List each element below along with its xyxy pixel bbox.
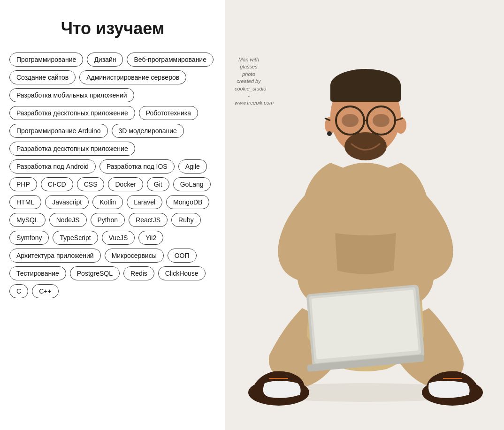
- tag-item[interactable]: MongoDB: [166, 195, 209, 209]
- tag-item[interactable]: Программирование Arduino: [9, 124, 108, 138]
- tag-item[interactable]: ООП: [168, 249, 197, 263]
- tag-item[interactable]: Администрирование серверов: [79, 70, 186, 84]
- tag-item[interactable]: HTML: [9, 195, 41, 209]
- tag-item[interactable]: Разработка под Android: [9, 159, 96, 174]
- person-illustration: [227, 0, 504, 430]
- tag-item[interactable]: Разработка под IOS: [99, 159, 175, 174]
- tag-item[interactable]: Дизайн: [87, 53, 123, 67]
- tag-item[interactable]: NodeJS: [49, 213, 87, 227]
- tag-item[interactable]: Веб-программирование: [127, 53, 214, 67]
- person-svg: [227, 8, 504, 430]
- tag-item[interactable]: ReactJS: [129, 213, 168, 227]
- tag-item[interactable]: Python: [91, 213, 125, 227]
- tag-item[interactable]: C++: [32, 284, 58, 298]
- svg-point-14: [342, 114, 359, 127]
- tag-item[interactable]: Kotlin: [92, 195, 123, 209]
- tag-item[interactable]: VueJS: [102, 231, 135, 245]
- tag-item[interactable]: Программирование: [9, 53, 83, 67]
- svg-point-8: [327, 131, 332, 136]
- page-title: Что изучаем: [9, 19, 216, 38]
- tag-item[interactable]: Javascript: [45, 195, 89, 209]
- right-panel: Man with glasses photo created by cookie…: [225, 0, 504, 430]
- svg-rect-4: [330, 83, 401, 102]
- tag-item[interactable]: Yii2: [138, 231, 163, 245]
- tag-item[interactable]: 3D моделирование: [112, 124, 184, 138]
- tag-item[interactable]: Разработка десктопных приложение: [9, 142, 135, 156]
- tag-item[interactable]: CI-CD: [41, 177, 73, 191]
- tag-item[interactable]: ClickHouse: [158, 266, 206, 280]
- tag-item[interactable]: Создание сайтов: [9, 70, 76, 84]
- tag-item[interactable]: Робототехника: [139, 106, 198, 120]
- tag-item[interactable]: GoLang: [173, 177, 211, 191]
- tag-item[interactable]: Git: [147, 177, 169, 191]
- tag-item[interactable]: Laravel: [127, 195, 162, 209]
- tag-item[interactable]: Микросервисы: [105, 249, 164, 263]
- tag-item[interactable]: Redis: [123, 266, 154, 280]
- svg-point-5: [344, 132, 387, 160]
- tag-item[interactable]: Тестирование: [9, 266, 66, 280]
- svg-rect-26: [311, 290, 419, 360]
- tag-item[interactable]: TypeScript: [53, 231, 98, 245]
- tag-item[interactable]: MySQL: [9, 213, 46, 227]
- svg-point-15: [373, 114, 389, 127]
- tag-item[interactable]: PostgreSQL: [70, 266, 120, 280]
- tag-item[interactable]: Symfony: [9, 231, 49, 245]
- tag-item[interactable]: Agile: [178, 159, 207, 174]
- tag-item[interactable]: PHP: [9, 177, 37, 191]
- left-panel: Что изучаем ПрограммированиеДизайнВеб-пр…: [0, 0, 225, 430]
- tag-item[interactable]: Ruby: [171, 213, 201, 227]
- tag-item[interactable]: CSS: [77, 177, 105, 191]
- tags-container: ПрограммированиеДизайнВеб-программирован…: [9, 53, 216, 298]
- tag-item[interactable]: Разработка мобильных приложений: [9, 88, 134, 102]
- tag-item[interactable]: Docker: [108, 177, 143, 191]
- tag-item[interactable]: C: [9, 284, 28, 298]
- tag-item[interactable]: Архитектура приложений: [9, 249, 101, 263]
- tag-item[interactable]: Разработка десктопных приложение: [9, 106, 135, 120]
